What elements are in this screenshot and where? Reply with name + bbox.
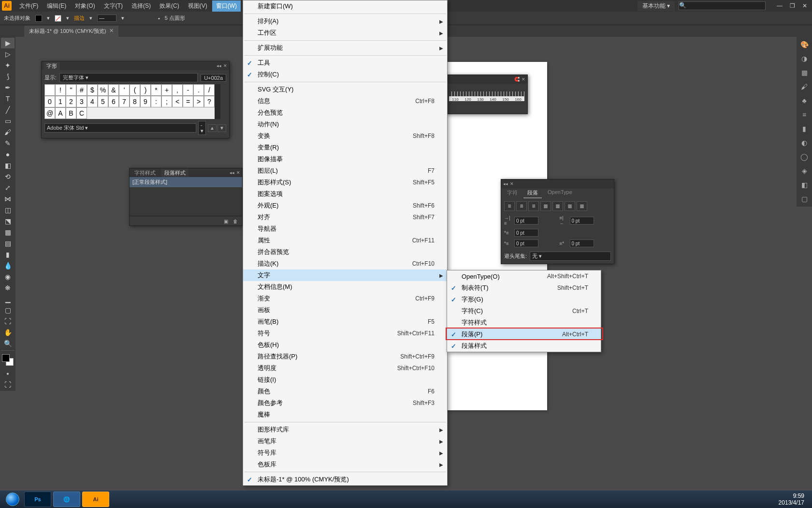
glyph-cell[interactable]: & bbox=[108, 84, 119, 96]
glyph-cell[interactable]: ? bbox=[204, 96, 215, 107]
glyph-cell[interactable]: ' bbox=[119, 84, 130, 96]
align-center[interactable]: ≡ bbox=[516, 201, 527, 211]
gradient-tool[interactable]: ▮ bbox=[1, 249, 14, 260]
show-select[interactable]: 完整字体 ▾ bbox=[59, 73, 198, 82]
menu-item[interactable]: 拼合器预览 bbox=[243, 246, 447, 258]
glyph-cell[interactable]: 2 bbox=[66, 96, 76, 107]
menu-item[interactable]: SVG 交互(Y) bbox=[243, 84, 447, 95]
menu-item[interactable]: 图层(L)F7 bbox=[243, 165, 447, 177]
glyph-zoom-out[interactable]: ▲ bbox=[208, 124, 217, 132]
justify-left[interactable]: ≣ bbox=[540, 201, 551, 211]
rotate-tool[interactable]: ⟲ bbox=[1, 171, 14, 182]
glyph-cell[interactable]: 6 bbox=[108, 96, 119, 107]
menu-item[interactable]: ✓未标题-1* @ 100% (CMYK/预览) bbox=[243, 474, 447, 485]
menu-item[interactable]: 路径查找器(P)Shift+Ctrl+F9 bbox=[243, 351, 447, 362]
glyph-cell[interactable]: . bbox=[193, 84, 204, 96]
zoom-tool[interactable]: 🔍 bbox=[1, 338, 14, 349]
taskbar-illustrator[interactable]: Ai bbox=[82, 492, 109, 507]
justify-center[interactable]: ≣ bbox=[552, 201, 563, 211]
eraser-tool[interactable]: ◧ bbox=[1, 160, 14, 171]
panel-collapse-icon[interactable]: ◂◂ bbox=[503, 181, 508, 186]
transparency-icon[interactable]: ◐ bbox=[798, 136, 811, 149]
eyedropper-tool[interactable]: 💧 bbox=[1, 260, 14, 271]
graphic-styles-icon[interactable]: ◈ bbox=[798, 164, 811, 177]
menu-item[interactable]: 字符(C)Ctrl+T bbox=[447, 305, 601, 317]
opentype-tab[interactable]: OpenType bbox=[544, 188, 576, 198]
scale-tool[interactable]: ⤢ bbox=[1, 182, 14, 193]
menu-item[interactable]: 色板(H) bbox=[243, 339, 447, 351]
menu-file[interactable]: 文件(F) bbox=[15, 0, 42, 12]
rectangle-tool[interactable]: ▭ bbox=[1, 116, 14, 126]
glyph-cell[interactable]: ) bbox=[140, 84, 151, 96]
menu-item[interactable]: 属性Ctrl+F11 bbox=[243, 235, 447, 246]
glyph-zoom-in[interactable]: ▼ bbox=[218, 124, 226, 132]
glyph-cell[interactable] bbox=[44, 84, 55, 96]
menu-item[interactable]: ✓制表符(T)Shift+Ctrl+T bbox=[447, 282, 601, 294]
panel-close-icon[interactable]: ✕ bbox=[223, 63, 227, 68]
glyph-cell[interactable]: @ bbox=[44, 107, 55, 119]
menu-item[interactable]: 导航器 bbox=[243, 223, 447, 235]
glyph-cell[interactable]: A bbox=[55, 107, 66, 119]
glyph-cell[interactable]: 7 bbox=[119, 96, 130, 107]
panel-close-icon[interactable]: ✕ bbox=[510, 181, 514, 186]
screen-mode[interactable]: ⛶ bbox=[1, 379, 14, 390]
brush-preset[interactable]: 5 点圆形 bbox=[165, 15, 185, 22]
menu-item[interactable]: 变换Shift+F8 bbox=[243, 130, 447, 142]
menu-window[interactable]: 窗口(W) bbox=[212, 0, 241, 12]
menu-item[interactable]: 图像描摹 bbox=[243, 153, 447, 165]
glyph-cell[interactable]: > bbox=[193, 96, 204, 107]
stroke-icon[interactable]: ≡ bbox=[798, 108, 811, 121]
menu-item[interactable]: ✓段落样式 bbox=[447, 340, 601, 352]
glyph-grid[interactable]: !"#$%&'()*+,-./0123456789:;<=>?@ABC bbox=[44, 84, 215, 119]
magic-wand-tool[interactable]: ✦ bbox=[1, 60, 14, 71]
lasso-tool[interactable]: ⟆ bbox=[1, 71, 14, 82]
glyph-cell[interactable]: + bbox=[161, 84, 172, 96]
hyphen-select[interactable]: 无 ▾ bbox=[530, 252, 611, 261]
search-input[interactable]: 🔍 bbox=[679, 1, 766, 10]
glyph-cell[interactable]: 5 bbox=[98, 96, 108, 107]
para-styles-tab[interactable]: 段落样式 bbox=[161, 169, 188, 177]
blob-brush-tool[interactable]: ● bbox=[1, 149, 14, 160]
menu-item[interactable]: 魔棒 bbox=[243, 409, 447, 420]
glyph-cell[interactable]: C bbox=[76, 107, 87, 119]
glyph-cell[interactable]: 1 bbox=[55, 96, 66, 107]
menu-item[interactable]: 色板库▶ bbox=[243, 459, 447, 470]
glyph-cell[interactable]: ; bbox=[161, 96, 172, 107]
ruler[interactable]: 110120130140150160 bbox=[449, 91, 524, 101]
taskbar-photoshop[interactable]: Ps bbox=[24, 492, 51, 507]
glyph-cell[interactable]: ( bbox=[130, 84, 140, 96]
menu-select[interactable]: 选择(S) bbox=[128, 0, 155, 12]
symbol-sprayer-tool[interactable]: ❋ bbox=[1, 283, 14, 293]
artboard-tool[interactable]: ▢ bbox=[1, 305, 14, 315]
menu-item[interactable]: 颜色参考Shift+F3 bbox=[243, 397, 447, 409]
menu-edit[interactable]: 编辑(E) bbox=[43, 0, 70, 12]
menu-item[interactable]: 新建窗口(W) bbox=[243, 0, 447, 12]
hand-tool[interactable]: ✋ bbox=[1, 327, 14, 338]
menu-item[interactable]: 对齐Shift+F7 bbox=[243, 211, 447, 223]
space-after-input[interactable] bbox=[570, 239, 594, 247]
menu-type[interactable]: 文字(T) bbox=[100, 0, 127, 12]
brushes-icon[interactable]: 🖌 bbox=[798, 80, 811, 93]
stroke-swatch[interactable] bbox=[55, 15, 61, 22]
justify-right[interactable]: ≣ bbox=[565, 201, 575, 211]
symbols-icon[interactable]: ♣ bbox=[798, 94, 811, 107]
menu-item[interactable]: ✓段落(P)Alt+Ctrl+T bbox=[447, 329, 601, 340]
glyph-cell[interactable]: % bbox=[98, 84, 108, 96]
menu-item[interactable]: 符号库▶ bbox=[243, 447, 447, 459]
start-button[interactable] bbox=[2, 492, 23, 507]
color-mode[interactable]: ▪ bbox=[1, 368, 14, 379]
maximize-button[interactable]: ❐ bbox=[787, 1, 798, 10]
menu-item[interactable]: 扩展功能▶ bbox=[243, 42, 447, 54]
glyph-cell[interactable]: # bbox=[76, 84, 87, 96]
glyph-cell[interactable]: - bbox=[183, 84, 193, 96]
appearance-icon[interactable]: ◯ bbox=[798, 150, 811, 163]
line-tool[interactable]: ╱ bbox=[1, 105, 14, 115]
menu-item[interactable]: 文字▶ bbox=[243, 269, 447, 281]
type-tool[interactable]: T bbox=[1, 93, 14, 104]
glyph-cell[interactable]: 8 bbox=[130, 96, 140, 107]
glyph-cell[interactable]: 0 bbox=[44, 96, 55, 107]
menu-item[interactable]: 排列(A)▶ bbox=[243, 15, 447, 27]
minimize-button[interactable]: — bbox=[774, 1, 785, 10]
glyph-cell[interactable]: 9 bbox=[140, 96, 151, 107]
menu-item[interactable]: 变量(R) bbox=[243, 142, 447, 153]
